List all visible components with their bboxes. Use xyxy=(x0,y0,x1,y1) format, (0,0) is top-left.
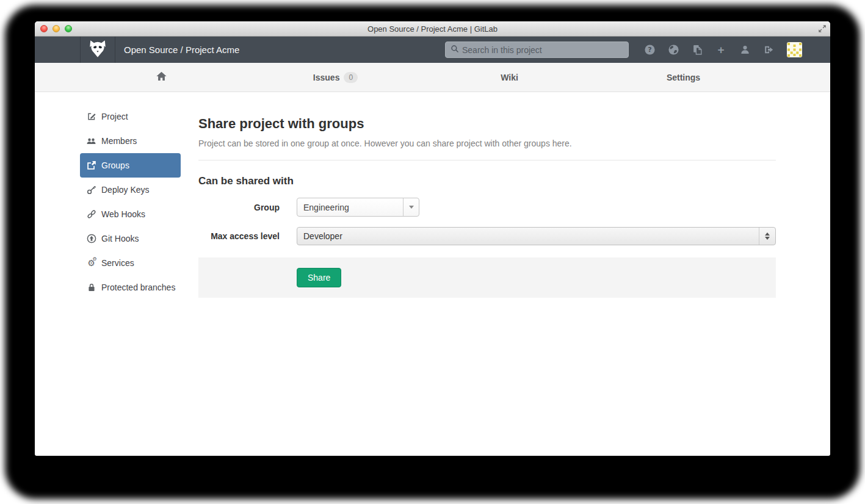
form-row-group: Group Engineering xyxy=(198,198,776,217)
arrow-circle-up-icon xyxy=(86,234,96,243)
key-icon xyxy=(86,185,96,195)
group-select[interactable]: Engineering xyxy=(297,198,419,217)
explore-globe-icon[interactable] xyxy=(668,45,679,56)
page-title: Share project with groups xyxy=(198,116,776,132)
home-icon xyxy=(156,71,167,84)
sidebar-item-label: Services xyxy=(101,258,134,268)
profile-user-icon[interactable] xyxy=(739,45,750,56)
issues-count-badge: 0 xyxy=(344,72,358,83)
zoom-button[interactable] xyxy=(65,25,72,32)
header-icons: ? + xyxy=(644,45,774,56)
gitlab-logo[interactable] xyxy=(80,37,115,63)
screen: Open Source / Project Acme | GitLab xyxy=(0,0,865,504)
copy-snippets-icon[interactable] xyxy=(692,45,703,56)
nav-item-issues[interactable]: Issues 0 xyxy=(248,63,422,92)
sidebar-item-members[interactable]: Members xyxy=(80,129,181,153)
sidebar-item-deploy-keys[interactable]: Deploy Keys xyxy=(80,178,181,202)
help-icon[interactable]: ? xyxy=(644,45,655,56)
sidebar-item-label: Git Hooks xyxy=(101,234,139,243)
sidebar-item-services[interactable]: ⚙⚙ Services xyxy=(80,251,181,275)
project-nav: Issues 0 Wiki Settings xyxy=(35,63,830,92)
nav-item-wiki[interactable]: Wiki xyxy=(422,63,596,92)
svg-text:?: ? xyxy=(648,46,651,54)
share-icon xyxy=(86,160,96,170)
gitlab-fox-icon xyxy=(87,39,108,61)
group-label: Group xyxy=(198,203,280,212)
sidebar-item-label: Groups xyxy=(101,160,129,170)
sidebar-item-label: Web Hooks xyxy=(101,209,145,219)
user-avatar-identicon[interactable] xyxy=(787,42,802,57)
traffic-lights xyxy=(40,25,72,32)
window-title: Open Source / Project Acme | GitLab xyxy=(35,24,830,34)
logout-icon[interactable] xyxy=(763,45,774,56)
resize-icon[interactable] xyxy=(818,24,827,35)
app-header: Open Source / Project Acme ? xyxy=(35,37,830,63)
new-project-plus-icon[interactable]: + xyxy=(715,45,726,56)
minimize-button[interactable] xyxy=(52,25,60,32)
form-actions: Share xyxy=(198,257,776,298)
header-project-title: Open Source / Project Acme xyxy=(124,45,239,55)
sidebar-item-groups[interactable]: Groups xyxy=(80,153,181,178)
edit-icon xyxy=(86,112,96,121)
max-access-select-value: Developer xyxy=(297,231,759,241)
sidebar-item-label: Project xyxy=(101,112,128,121)
content-area: Project Members Groups xyxy=(35,92,830,300)
sidebar-item-web-hooks[interactable]: Web Hooks xyxy=(80,202,181,226)
search-box[interactable] xyxy=(445,41,629,58)
sidebar-item-label: Protected branches xyxy=(101,283,175,292)
section-divider xyxy=(198,160,776,160)
nav-wiki-label: Wiki xyxy=(501,73,518,82)
max-access-label: Max access level xyxy=(198,231,280,241)
group-select-value: Engineering xyxy=(297,203,403,212)
close-button[interactable] xyxy=(40,25,48,32)
header-right: ? + xyxy=(445,41,802,58)
header-spacer xyxy=(35,37,80,63)
sidebar-item-label: Deploy Keys xyxy=(101,185,150,195)
window-titlebar[interactable]: Open Source / Project Acme | GitLab xyxy=(35,21,830,37)
nav-item-home[interactable] xyxy=(74,63,248,92)
project-nav-inner: Issues 0 Wiki Settings xyxy=(74,63,770,92)
search-input[interactable] xyxy=(462,45,623,55)
group-select-arrow xyxy=(403,198,419,216)
form-row-max-access: Max access level Developer xyxy=(198,227,776,245)
max-access-select[interactable]: Developer xyxy=(297,227,776,245)
search-icon xyxy=(451,45,459,56)
main-panel: Share project with groups Project can be… xyxy=(198,92,776,300)
section-heading: Can be shared with xyxy=(198,175,776,187)
nav-item-settings[interactable]: Settings xyxy=(596,63,770,92)
nav-settings-label: Settings xyxy=(667,73,700,82)
chevron-down-icon xyxy=(409,206,414,209)
users-icon xyxy=(86,136,96,146)
sidebar-item-project[interactable]: Project xyxy=(80,104,181,129)
sidebar-item-protected-branches[interactable]: Protected branches xyxy=(80,275,181,300)
mac-window: Open Source / Project Acme | GitLab xyxy=(35,21,830,456)
page-description: Project can be stored in one group at on… xyxy=(198,139,776,148)
share-button[interactable]: Share xyxy=(297,268,341,287)
nav-issues-label: Issues xyxy=(313,73,340,82)
gears-icon: ⚙⚙ xyxy=(86,258,96,268)
lock-icon xyxy=(86,283,96,292)
sidebar-item-label: Members xyxy=(101,136,137,146)
link-icon xyxy=(86,209,96,219)
sidebar-item-git-hooks[interactable]: Git Hooks xyxy=(80,226,181,251)
settings-sidebar: Project Members Groups xyxy=(80,92,181,300)
select-stepper-icon xyxy=(759,228,775,245)
